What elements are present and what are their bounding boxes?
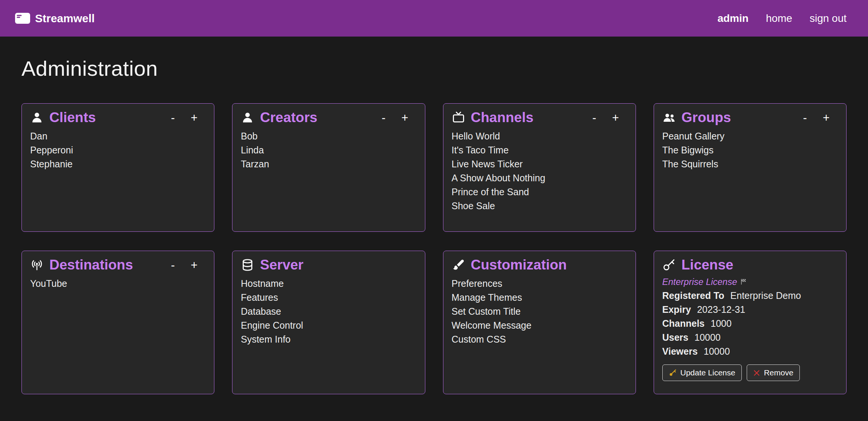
card-title-creators: Creators [260, 110, 317, 126]
card-list-item[interactable]: The Bigwigs [662, 143, 836, 157]
license-row-value: 2023-12-31 [697, 304, 745, 315]
card-list-item[interactable]: Hostname [241, 277, 415, 291]
card-list-item[interactable]: Stephanie [30, 157, 204, 171]
card-title-license: License [682, 257, 734, 273]
license-row: Channels1000 [662, 317, 836, 331]
remove-client-button[interactable]: - [170, 112, 176, 124]
page-title: Administration [21, 56, 847, 81]
groups-list: Peanut GalleryThe BigwigsThe Squirrels [662, 129, 836, 171]
card-list-item[interactable]: Hello World [452, 129, 626, 143]
add-client-button[interactable]: + [190, 112, 198, 124]
card-list-item[interactable]: Live News Ticker [452, 157, 626, 171]
checkered-flag-icon [740, 277, 747, 287]
remove-license-button[interactable]: Remove [747, 364, 800, 381]
license-row-value: 10000 [694, 332, 721, 343]
brand-name: Streamwell [35, 12, 95, 25]
card-list-item[interactable]: Bob [241, 129, 415, 143]
card-list-item[interactable]: Manage Themes [452, 291, 626, 305]
nav-admin[interactable]: admin [717, 12, 748, 24]
clients-controls: - + [170, 112, 204, 124]
groups-controls: - + [802, 112, 836, 124]
license-row-label: Registered To [662, 290, 724, 301]
license-details: Registered ToEnterprise Demo Expiry2023-… [662, 289, 836, 358]
customization-list: PreferencesManage ThemesSet Custom Title… [452, 277, 626, 346]
card-list-item[interactable]: YouTube [30, 277, 204, 291]
nav-home[interactable]: home [766, 12, 792, 24]
remove-license-label: Remove [764, 368, 793, 377]
card-list-item[interactable]: Peanut Gallery [662, 129, 836, 143]
card-list-item[interactable]: Tarzan [241, 157, 415, 171]
license-row: Users10000 [662, 331, 836, 344]
add-destination-button[interactable]: + [190, 259, 198, 271]
license-type-text: Enterprise License [662, 277, 737, 287]
card-list-item[interactable]: A Show About Nothing [452, 171, 626, 185]
card-channels: Channels - + Hello WorldIt's Taco TimeLi… [443, 103, 636, 232]
destinations-list: YouTube [30, 277, 204, 291]
card-title-channels: Channels [471, 110, 534, 126]
clients-list: DanPepperoniStephanie [30, 129, 204, 171]
card-header: License [662, 257, 836, 273]
card-list-item[interactable]: Shoe Sale [452, 199, 626, 213]
card-list-item[interactable]: Prince of the Sand [452, 185, 626, 199]
card-header: Server [241, 257, 415, 273]
red-x-icon [753, 369, 760, 377]
update-license-button[interactable]: Update License [662, 364, 742, 381]
card-list-item[interactable]: Engine Control [241, 318, 415, 332]
card-list-item[interactable]: Welcome Message [452, 318, 626, 332]
license-row-label: Channels [662, 318, 705, 329]
card-header: Destinations - + [30, 257, 204, 273]
creators-list: BobLindaTarzan [241, 129, 415, 171]
admin-page: Administration Clients - + DanPepperoniS… [0, 56, 868, 394]
card-license: License Enterprise License [654, 251, 847, 394]
card-server: Server HostnameFeaturesDatabaseEngine Co… [232, 251, 425, 394]
license-row-label: Expiry [662, 304, 691, 315]
brush-icon [452, 258, 465, 272]
cast-logo-icon [15, 13, 30, 24]
card-title-customization: Customization [471, 257, 567, 273]
nav-sign-out[interactable]: sign out [810, 12, 847, 24]
card-header: Clients - + [30, 110, 204, 126]
card-list-item[interactable]: Preferences [452, 277, 626, 291]
add-creator-button[interactable]: + [400, 112, 409, 124]
license-row: Expiry2023-12-31 [662, 303, 836, 317]
card-header: Customization [452, 257, 626, 273]
card-list-item[interactable]: Linda [241, 143, 415, 157]
person-icon [241, 111, 254, 124]
people-icon [662, 111, 676, 124]
card-list-item[interactable]: It's Taco Time [452, 143, 626, 157]
card-list-item[interactable]: Pepperoni [30, 143, 204, 157]
remove-creator-button[interactable]: - [381, 112, 386, 124]
brand-logo[interactable]: Streamwell [15, 12, 95, 25]
update-license-label: Update License [680, 368, 735, 377]
key-icon [662, 258, 676, 272]
card-list-item[interactable]: Dan [30, 129, 204, 143]
remove-destination-button[interactable]: - [170, 259, 176, 271]
card-customization: Customization PreferencesManage ThemesSe… [443, 251, 636, 394]
card-clients: Clients - + DanPepperoniStephanie [21, 103, 214, 232]
card-list-item[interactable]: Set Custom Title [452, 305, 626, 318]
license-row-value: 10000 [704, 346, 730, 357]
top-navbar: Streamwell admin home sign out [0, 0, 868, 37]
license-row-value: 1000 [711, 318, 732, 329]
tv-icon [452, 111, 465, 124]
card-header: Channels - + [452, 110, 626, 126]
card-list-item[interactable]: Database [241, 305, 415, 318]
remove-channel-button[interactable]: - [591, 112, 597, 124]
remove-group-button[interactable]: - [802, 112, 808, 124]
license-buttons: Update License Remove [662, 364, 836, 381]
card-list-item[interactable]: Custom CSS [452, 332, 626, 346]
card-header: Groups - + [662, 110, 836, 126]
license-row: Viewers10000 [662, 344, 836, 358]
destinations-controls: - + [170, 259, 204, 271]
license-row-value: Enterprise Demo [730, 290, 801, 301]
card-list-item[interactable]: System Info [241, 332, 415, 346]
server-list: HostnameFeaturesDatabaseEngine ControlSy… [241, 277, 415, 346]
card-list-item[interactable]: The Squirrels [662, 157, 836, 171]
card-list-item[interactable]: Features [241, 291, 415, 305]
add-group-button[interactable]: + [822, 112, 830, 124]
license-row-label: Viewers [662, 346, 698, 357]
card-header: Creators - + [241, 110, 415, 126]
add-channel-button[interactable]: + [611, 112, 620, 124]
nav-links: admin home sign out [717, 12, 847, 24]
card-title-clients: Clients [49, 110, 96, 126]
